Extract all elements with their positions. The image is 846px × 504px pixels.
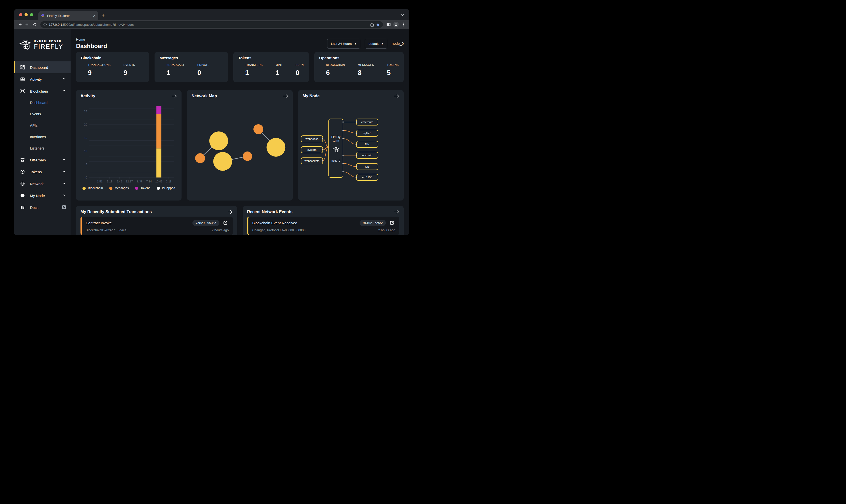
legend-dot xyxy=(135,187,138,190)
close-window-button[interactable] xyxy=(19,13,22,16)
stat-label: TRANSACTIONS xyxy=(88,64,111,66)
network-events-title: Recent Network Events xyxy=(247,210,293,214)
legend-item-messages: Messages xyxy=(109,186,129,190)
stats-row: BlockchainTRANSACTIONS9EVENTS9MessagesBR… xyxy=(76,52,404,82)
firefly-app: HYPERLEDGER FIREFLY DashboardActivityBlo… xyxy=(14,29,409,235)
legend-label: Blockchain xyxy=(88,186,103,190)
namespace-label: default xyxy=(369,42,379,46)
url-bar[interactable]: 127.0.0.1:5000/ui/namespaces/default/hom… xyxy=(40,21,383,28)
my-node-arrow-icon[interactable] xyxy=(394,94,399,98)
tab-search-chevron-icon[interactable] xyxy=(401,13,404,17)
stat-events: EVENTS9 xyxy=(124,64,135,77)
legend-dot xyxy=(157,187,160,190)
sidebar-item-label: Docs xyxy=(30,205,38,210)
sidebar-item-label: Tokens xyxy=(30,170,42,174)
chevron-down-icon xyxy=(62,158,66,162)
stat-label: EVENTS xyxy=(124,64,135,66)
chevron-down-icon xyxy=(62,193,66,198)
chevron-up-icon xyxy=(62,89,66,94)
stat-value: 9 xyxy=(124,69,135,77)
sidebar-item-dashboard[interactable]: Dashboard xyxy=(14,61,71,73)
sidebar-subitem-listeners[interactable]: Listeners xyxy=(14,143,71,154)
header-controls: Last 24 Hours ▼ default ▼ node_0 xyxy=(327,39,404,49)
stat-label: BROADCAST xyxy=(166,64,184,66)
svg-text:10: 10 xyxy=(84,149,87,152)
sidebar-item-docs[interactable]: Docs xyxy=(14,201,71,213)
network-events-list: Blockchain Event Received94152...be55fCh… xyxy=(247,217,400,235)
namespace-selector-button[interactable]: default ▼ xyxy=(365,39,387,49)
sidebar-subitem-apis[interactable]: APIs xyxy=(14,120,71,131)
node-name-label: node_0 xyxy=(392,41,404,46)
sidebar-subitem-interfaces[interactable]: Interfaces xyxy=(14,131,71,143)
time-filter-button[interactable]: Last 24 Hours ▼ xyxy=(327,39,360,49)
svg-text:7:14: 7:14 xyxy=(146,180,152,183)
url-path: :5000/ui/namespaces/default/home?time=24… xyxy=(62,23,134,26)
sidebar-subitem-dashboard[interactable]: Dashboard xyxy=(14,97,71,108)
stat-value: 6 xyxy=(326,69,345,77)
site-info-icon[interactable] xyxy=(43,23,47,26)
offchain-icon xyxy=(20,158,25,162)
browser-tab[interactable]: FireFly Explorer ✕ xyxy=(38,11,98,20)
sidebar-item-blockchain[interactable]: Blockchain xyxy=(14,85,71,97)
back-icon[interactable] xyxy=(17,21,23,28)
forward-icon[interactable] xyxy=(24,21,31,28)
stats-card-title: Blockchain xyxy=(81,56,144,60)
stat-label: TOKENS xyxy=(387,64,399,66)
sidebar-nav: DashboardActivityBlockchainDashboardEven… xyxy=(14,61,71,213)
sidebar-item-network[interactable]: Network xyxy=(14,178,71,190)
sidebar-item-my-node[interactable]: My Node xyxy=(14,190,71,201)
row-subtitle: BlockchainID=0x4c7...6daca xyxy=(86,228,212,232)
sidebar-item-tokens[interactable]: Tokens xyxy=(14,166,71,178)
list-row[interactable]: Contract Invoke7a829...9535cBlockchainID… xyxy=(81,217,233,235)
maximize-window-button[interactable] xyxy=(30,13,33,16)
side-panel-icon[interactable] xyxy=(385,21,392,28)
svg-text:ffdx: ffdx xyxy=(365,143,370,146)
new-tab-button[interactable]: + xyxy=(102,13,105,18)
svg-text:15: 15 xyxy=(84,137,87,139)
profile-avatar[interactable] xyxy=(393,21,399,28)
legend-dot xyxy=(83,187,86,190)
network-org-node[interactable] xyxy=(267,138,285,157)
chart-legend: BlockchainMessagesTokensisCapped xyxy=(81,186,177,190)
browser-menu-icon[interactable] xyxy=(400,21,407,28)
svg-text:websockets: websockets xyxy=(304,159,319,162)
open-in-new-icon[interactable] xyxy=(222,219,229,226)
transactions-arrow-icon[interactable] xyxy=(227,210,233,214)
stat-label: MESSAGES xyxy=(358,64,374,66)
svg-text:FireFly: FireFly xyxy=(331,135,340,139)
activity-arrow-icon[interactable] xyxy=(172,94,177,98)
stat-label: BLOCKCHAIN xyxy=(326,64,345,66)
stat-messages: MESSAGES8 xyxy=(358,64,374,77)
svg-text:system: system xyxy=(307,148,316,151)
tab-close-icon[interactable]: ✕ xyxy=(93,14,96,18)
stats-card-title: Operations xyxy=(319,56,399,60)
list-row[interactable]: Blockchain Event Received94152...be55fCh… xyxy=(247,217,400,235)
open-in-new-icon[interactable] xyxy=(388,219,395,226)
minimize-window-button[interactable] xyxy=(24,13,28,16)
brand-firefly: FIREFLY xyxy=(34,43,63,50)
chevron-down-icon xyxy=(62,77,66,82)
network-events-arrow-icon[interactable] xyxy=(394,210,399,214)
network-org-node[interactable] xyxy=(213,152,232,171)
sidebar-item-off-chain[interactable]: Off-Chain xyxy=(14,154,71,166)
network-org-node[interactable] xyxy=(209,131,228,150)
svg-text:25: 25 xyxy=(84,110,87,113)
sidebar-item-label: My Node xyxy=(30,194,45,198)
svg-text:node_0: node_0 xyxy=(331,159,340,162)
network-node-node[interactable] xyxy=(243,151,252,161)
svg-text:20: 20 xyxy=(84,123,87,126)
legend-item-blockchain: Blockchain xyxy=(83,186,103,190)
sidebar-subitem-events[interactable]: Events xyxy=(14,108,71,120)
network-map-arrow-icon[interactable] xyxy=(283,94,288,98)
reload-icon[interactable] xyxy=(32,21,38,28)
network-node-node[interactable] xyxy=(195,153,205,163)
firefly-bee-icon xyxy=(332,147,339,152)
transactions-panel-title: My Recently Submitted Transactions xyxy=(81,210,152,214)
bookmark-star-icon[interactable] xyxy=(376,22,380,26)
share-icon[interactable] xyxy=(370,22,374,27)
sidebar-item-label: Off-Chain xyxy=(30,158,46,162)
network-node-node[interactable] xyxy=(253,124,264,134)
url-host: 127.0.0.1 xyxy=(49,23,62,26)
svg-text:ethereum: ethereum xyxy=(361,121,373,124)
sidebar-item-activity[interactable]: Activity xyxy=(14,73,71,85)
